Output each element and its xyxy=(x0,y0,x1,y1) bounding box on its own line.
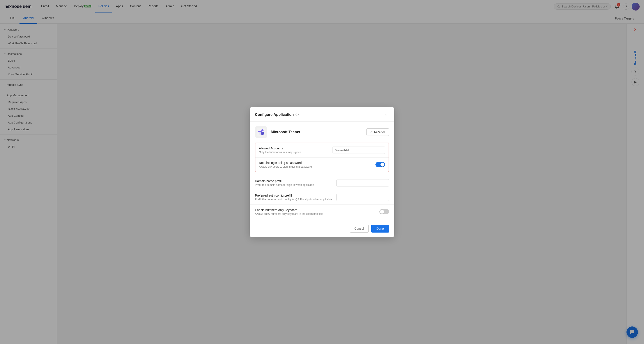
cancel-button[interactable]: Cancel xyxy=(350,225,369,233)
preferred-auth-desc: Prefill the preferred auth config for QR… xyxy=(255,198,332,201)
app-name: Microsoft Teams xyxy=(271,130,300,134)
preferred-auth-label: Preferred auth config prefill xyxy=(255,194,332,197)
modal-close-button[interactable]: × xyxy=(383,112,389,118)
allowed-accounts-row: Allowed Accounts Only the listed account… xyxy=(256,143,388,157)
require-login-label: Require login using a password xyxy=(259,161,312,164)
app-info: Microsoft Teams xyxy=(255,126,300,138)
preferred-auth-input[interactable] xyxy=(336,194,389,201)
numbers-keyboard-toggle[interactable] xyxy=(380,209,389,214)
modal-overlay: Configure Application ⓘ × xyxy=(0,0,644,344)
info-icon: ⓘ xyxy=(296,113,298,117)
allowed-accounts-desc: Only the listed accounts may sign-in. xyxy=(259,151,302,154)
toggle-thumb-off xyxy=(380,210,384,214)
numbers-keyboard-label: Enable numbers-only keyboard xyxy=(255,208,323,212)
require-login-label-group: Require login using a password Always as… xyxy=(259,161,312,168)
app-header: Microsoft Teams ↺ Reset All xyxy=(250,121,394,143)
preferred-auth-label-group: Preferred auth config prefill Prefill th… xyxy=(255,194,332,201)
done-button[interactable]: Done xyxy=(371,225,389,233)
numbers-keyboard-row: Enable numbers-only keyboard Always show… xyxy=(250,205,394,219)
numbers-keyboard-label-group: Enable numbers-only keyboard Always show… xyxy=(255,208,323,216)
toggle-track-off xyxy=(380,209,389,214)
allowed-accounts-label: Allowed Accounts xyxy=(259,146,302,150)
teams-logo xyxy=(257,128,266,136)
reset-icon: ↺ xyxy=(370,130,373,134)
require-login-row: Require login using a password Always as… xyxy=(256,157,388,172)
domain-name-label-group: Domain name prefill Prefill the domain n… xyxy=(255,179,314,187)
require-login-desc: Always ask users to sign-in using a pass… xyxy=(259,165,312,168)
toggle-track xyxy=(376,162,385,167)
preferred-auth-row: Preferred auth config prefill Prefill th… xyxy=(250,190,394,205)
domain-name-input[interactable] xyxy=(336,179,389,187)
numbers-keyboard-desc: Always show numbers only keyboard in the… xyxy=(255,212,323,216)
require-login-toggle[interactable] xyxy=(376,162,385,167)
svg-rect-6 xyxy=(260,132,260,135)
app-icon xyxy=(255,126,267,138)
allowed-accounts-label-group: Allowed Accounts Only the listed account… xyxy=(259,146,302,154)
domain-name-row: Domain name prefill Prefill the domain n… xyxy=(250,176,394,190)
configure-application-modal: Configure Application ⓘ × xyxy=(250,107,394,237)
svg-rect-5 xyxy=(258,131,262,132)
modal-header: Configure Application ⓘ × xyxy=(250,107,394,121)
domain-name-desc: Prefill the domain name for sign-in when… xyxy=(255,184,314,187)
svg-rect-4 xyxy=(261,132,264,135)
allowed-accounts-input[interactable] xyxy=(332,146,385,154)
modal-footer: Cancel Done xyxy=(250,221,394,237)
svg-rect-2 xyxy=(257,128,266,136)
domain-name-label: Domain name prefill xyxy=(255,179,314,183)
modal-title: Configure Application ⓘ xyxy=(255,113,298,117)
highlighted-config-section: Allowed Accounts Only the listed account… xyxy=(255,143,389,172)
toggle-thumb xyxy=(380,162,384,166)
reset-all-button[interactable]: ↺ Reset All xyxy=(366,128,389,136)
